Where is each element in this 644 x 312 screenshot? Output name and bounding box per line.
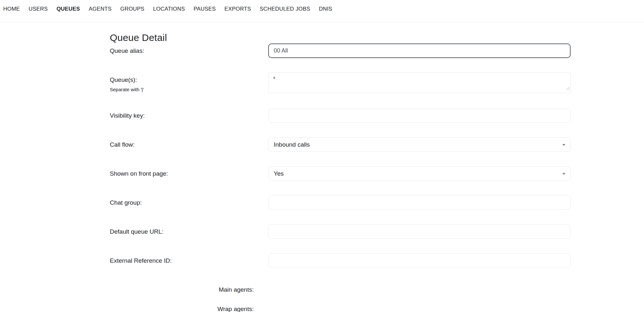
form-row-external-reference-id: External Reference ID:: [110, 253, 644, 268]
shown-on-front-page-select[interactable]: Yes: [268, 166, 571, 181]
nav-item-groups[interactable]: GROUPS: [120, 6, 145, 12]
nav-item-pauses[interactable]: PAUSES: [194, 6, 216, 12]
form-row-default-queue-url: Default queue URL:: [110, 224, 644, 239]
chat-group-label: Chat group:: [110, 195, 268, 207]
call-flow-label: Call flow:: [110, 137, 268, 149]
nav-item-dnis[interactable]: DNIS: [319, 6, 332, 12]
queues-label: Queue(s):: [110, 76, 268, 84]
nav-item-exports[interactable]: EXPORTS: [224, 6, 251, 12]
queues-textarea[interactable]: *: [268, 73, 571, 93]
nav-item-home[interactable]: HOME: [3, 6, 20, 12]
nav-item-users[interactable]: USERS: [29, 6, 48, 12]
external-reference-id-label: External Reference ID:: [110, 253, 268, 265]
main-agents-label: Main agents:: [110, 282, 268, 294]
nav-item-agents[interactable]: AGENTS: [89, 6, 111, 12]
nav-item-scheduled-jobs[interactable]: SCHEDULED JOBS: [260, 6, 310, 12]
form-row-main-agents: Main agents:: [110, 282, 644, 294]
queue-alias-label: Queue alias:: [110, 44, 268, 55]
default-queue-url-input[interactable]: [268, 224, 571, 239]
queue-alias-input[interactable]: [268, 44, 571, 58]
form-row-chat-group: Chat group:: [110, 195, 644, 210]
chevron-down-icon: [562, 173, 565, 175]
default-queue-url-label: Default queue URL:: [110, 224, 268, 236]
wrap-agents-label: Wrap agents:: [110, 302, 268, 312]
call-flow-selected-value: Inbound calls: [274, 141, 310, 148]
form-row-wrap-agents: Wrap agents:: [110, 302, 644, 312]
chat-group-input[interactable]: [268, 195, 571, 210]
queue-detail-page: Queue Detail Queue alias: Queue(s): Sepa…: [0, 32, 644, 312]
call-flow-select[interactable]: Inbound calls: [268, 137, 571, 152]
queues-separator-note: Separate with '|': [110, 87, 268, 93]
form-row-call-flow: Call flow: Inbound calls: [110, 137, 644, 152]
chevron-down-icon: [562, 144, 565, 146]
shown-on-front-page-label: Shown on front page:: [110, 166, 268, 178]
nav-item-queues[interactable]: QUEUES: [56, 6, 80, 12]
queue-detail-form: Queue alias: Queue(s): Separate with '|'…: [110, 44, 644, 312]
external-reference-id-input[interactable]: [268, 253, 571, 268]
shown-on-front-page-selected-value: Yes: [274, 170, 284, 177]
top-nav: HOME USERS QUEUES AGENTS GROUPS LOCATION…: [0, 0, 644, 22]
form-row-queue-alias: Queue alias:: [110, 44, 644, 58]
page-title: Queue Detail: [110, 32, 644, 44]
form-row-queues: Queue(s): Separate with '|' *: [110, 73, 644, 93]
form-row-visibility-key: Visibility key:: [110, 108, 644, 123]
nav-item-locations[interactable]: LOCATIONS: [153, 6, 185, 12]
visibility-key-input[interactable]: [268, 108, 571, 123]
visibility-key-label: Visibility key:: [110, 108, 268, 120]
form-row-shown-on-front-page: Shown on front page: Yes: [110, 166, 644, 181]
